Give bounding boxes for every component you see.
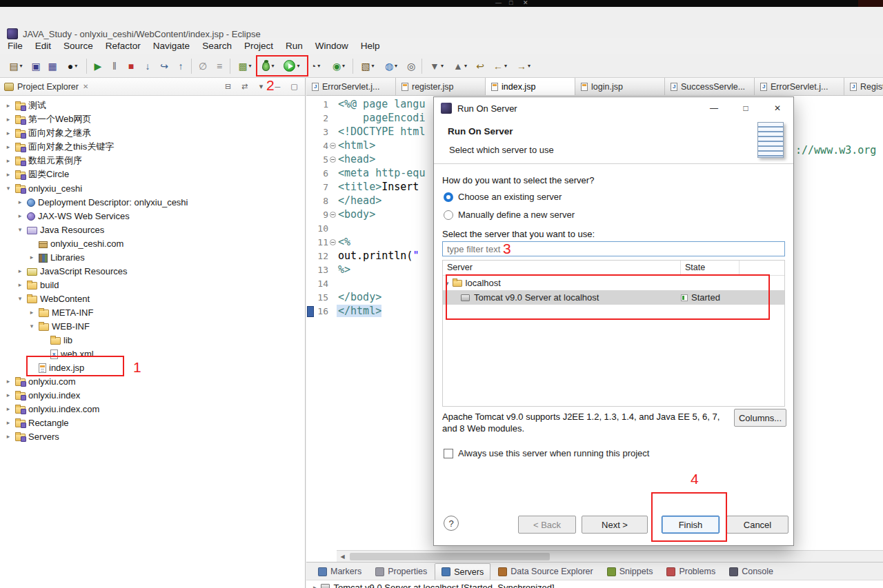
server-status-text[interactable]: Tomcat v9.0 Server at localhost [Started… [334, 582, 555, 588]
close-icon[interactable]: ✕ [523, 0, 528, 7]
tree-expand-arrow[interactable]: ▸ [4, 116, 12, 123]
radio-unselected-icon[interactable] [444, 210, 453, 220]
dialog-maximize-icon[interactable]: □ [730, 97, 762, 119]
menu-run[interactable]: Run [279, 39, 309, 53]
tree-item[interactable]: ▸圆类Circle [0, 168, 305, 181]
tree-expand-arrow[interactable]: ▸ [4, 433, 12, 440]
editor-tab[interactable]: SuccessServle... [665, 78, 755, 95]
step-return-icon[interactable]: ↑ [172, 57, 189, 76]
tree-expand-arrow[interactable]: ▸ [4, 157, 12, 164]
radio-manual-server[interactable]: Manually define a new server [444, 210, 575, 220]
tab-snippets[interactable]: Snippets [601, 563, 659, 580]
tree-item[interactable]: ▾WebContent [0, 292, 305, 305]
back-icon[interactable]: ←▾ [488, 57, 512, 76]
tree-item[interactable]: ▸JAX-WS Web Services [0, 209, 305, 223]
tree-item[interactable]: ▸Deployment Descriptor: onlyxiu_ceshi [0, 195, 305, 209]
tree-item[interactable]: ▸META-INF [0, 305, 305, 319]
next-button[interactable]: Next > [582, 516, 648, 534]
always-use-checkbox-row[interactable]: Always use this server when running this… [444, 448, 649, 458]
tree-item[interactable]: ▸Rectangle [0, 416, 305, 429]
editor-tab[interactable]: ErrorServlet.j... [755, 78, 844, 95]
tree-item[interactable]: ▸build [0, 278, 305, 292]
tree-expand-arrow[interactable]: ▸ [16, 199, 24, 205]
tab-console[interactable]: Console [723, 563, 780, 580]
maximize-view-icon[interactable]: ▢ [288, 82, 301, 91]
tree-expand-arrow[interactable]: ▸ [4, 419, 12, 426]
view-close-icon[interactable]: ✕ [83, 83, 88, 90]
dialog-titlebar[interactable]: Run On Server — □ ✕ [434, 97, 793, 119]
columns-button[interactable]: Columns... [734, 409, 786, 427]
dialog-close-icon[interactable]: ✕ [762, 97, 793, 119]
step-into-icon[interactable]: ↓ [139, 57, 156, 76]
save-icon[interactable]: ▣ [28, 57, 44, 76]
menu-help[interactable]: Help [355, 39, 386, 53]
minimize-icon[interactable]: — [495, 0, 502, 7]
last-edit-location-icon[interactable]: ↩ [472, 57, 488, 76]
tree-expand-arrow[interactable]: ▾ [16, 226, 24, 233]
new-web-project-icon[interactable]: ▧▾ [356, 57, 379, 76]
tree-item[interactable]: ▸数组元素倒序 [0, 154, 305, 168]
scrollbar-thumb[interactable] [350, 553, 550, 560]
previous-annotation-icon[interactable]: ▲▾ [448, 57, 472, 76]
link-with-editor-icon[interactable]: ⇄ [238, 82, 251, 91]
tree-expand-arrow[interactable]: ▾ [4, 185, 12, 192]
tree-expand-arrow[interactable]: ▸ [4, 171, 12, 178]
dialog-minimize-icon[interactable]: — [698, 97, 730, 119]
tab-properties[interactable]: Properties [369, 563, 433, 580]
tab-data-source-explorer[interactable]: Data Source Explorer [492, 563, 599, 580]
tree-expand-arrow[interactable]: ▸ [16, 212, 24, 219]
skip-breakpoints-icon[interactable]: ∅ [195, 57, 211, 76]
tree-item[interactable]: ▸Libraries [0, 250, 305, 264]
menu-file[interactable]: File [1, 39, 29, 53]
editor-tab[interactable]: login.jsp [575, 78, 665, 95]
tree-expand-arrow[interactable]: ▸ [16, 281, 24, 288]
tree-item[interactable]: lib [0, 333, 305, 347]
menu-search[interactable]: Search [196, 39, 238, 53]
tree-expand-arrow[interactable]: ▾ [16, 295, 24, 302]
tree-expand-arrow[interactable]: ▸ [4, 143, 12, 150]
tree-expand-arrow[interactable]: ▸ [4, 378, 12, 385]
radio-selected-icon[interactable] [444, 192, 453, 202]
cancel-button[interactable]: Cancel [726, 516, 788, 534]
web-browser-icon[interactable]: ◍▾ [379, 57, 403, 76]
editor-tab[interactable]: index.jsp [486, 78, 575, 95]
fold-marker[interactable] [330, 143, 336, 149]
checkbox-icon[interactable] [444, 449, 453, 458]
menu-navigate[interactable]: Navigate [147, 39, 196, 53]
tree-item[interactable]: onlyxiu_ceshi.com [0, 236, 305, 250]
tree-expand-arrow[interactable]: ▸ [4, 102, 12, 109]
radio-existing-server[interactable]: Choose an existing server [444, 192, 562, 202]
tab-markers[interactable]: Markers [312, 563, 368, 580]
tree-expand-arrow[interactable]: ▸ [28, 254, 36, 261]
tree-item[interactable]: ▸面向对象之this关键字 [0, 140, 305, 154]
step-filters-icon[interactable]: ≡ [211, 57, 228, 76]
collapse-all-icon[interactable]: ⊟ [221, 82, 235, 91]
tree-item[interactable]: ▸第一个Web网页 [0, 112, 305, 126]
help-button[interactable]: ? [444, 516, 459, 531]
tree-item[interactable]: ▾onlyxiu_ceshi [0, 181, 305, 195]
tree-item[interactable]: ▾Java Resources [0, 223, 305, 236]
step-over-icon[interactable]: ↪ [156, 57, 172, 76]
tree-expand-arrow[interactable]: ▸ [4, 392, 12, 398]
tree-expand-arrow[interactable]: ▸ [28, 309, 36, 316]
horizontal-scrollbar[interactable]: ◀ [337, 550, 883, 562]
new-wizard-icon[interactable]: ▤▾ [4, 57, 28, 76]
server-table-header[interactable]: Server State [443, 261, 784, 276]
tree-item[interactable]: ▸面向对象之继承 [0, 126, 305, 140]
fold-marker[interactable] [330, 212, 336, 218]
resume-icon[interactable]: ▶ [90, 57, 106, 76]
next-annotation-icon[interactable]: ▼▾ [425, 57, 448, 76]
tab-servers[interactable]: Servers [435, 563, 490, 580]
editor-tab[interactable]: ErrorServlet.j... [306, 78, 396, 95]
tree-item[interactable]: ▸onlyxiu.index [0, 388, 305, 402]
scroll-left-icon[interactable]: ◀ [337, 554, 348, 560]
search-icon[interactable]: ◎ [403, 57, 419, 76]
menu-refactor[interactable]: Refactor [99, 39, 147, 53]
server-filter-input[interactable] [442, 241, 785, 256]
tree-expand-arrow[interactable]: ▸ [313, 584, 317, 588]
column-state[interactable]: State [681, 261, 740, 275]
forward-icon[interactable]: →▾ [512, 57, 535, 76]
run-history-icon[interactable]: ◉▾ [327, 57, 350, 76]
save-all-icon[interactable]: ▦ [44, 57, 61, 76]
tree-item[interactable]: ▾WEB-INF [0, 319, 305, 333]
